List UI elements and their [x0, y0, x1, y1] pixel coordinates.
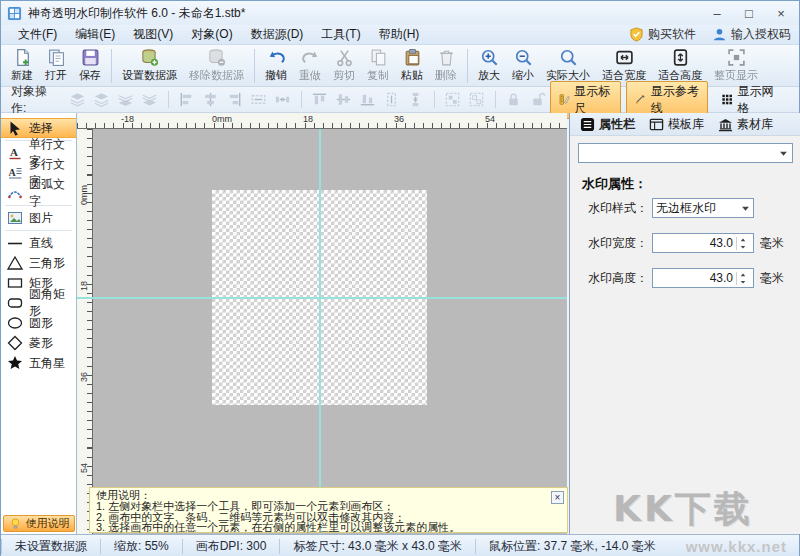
- toolbar-button[interactable]: 删除: [429, 46, 463, 85]
- menu-item[interactable]: 数据源(D): [242, 24, 313, 45]
- text-arc-icon: [7, 185, 23, 201]
- menu-item[interactable]: 文件(F): [9, 24, 66, 45]
- menu-right-label: 输入授权码: [731, 26, 791, 43]
- horizontal-ruler[interactable]: -180mm183654: [77, 113, 567, 129]
- toolbar-button[interactable]: 适合宽度: [596, 46, 652, 85]
- cut-icon: [335, 48, 354, 67]
- panel-tab[interactable]: 素材库: [714, 115, 777, 134]
- caret-up-icon[interactable]: [739, 237, 747, 243]
- object-op-button[interactable]: [273, 91, 293, 109]
- object-op-button[interactable]: [443, 91, 463, 109]
- object-op-button[interactable]: [528, 91, 548, 109]
- tool-item-label: 图片: [29, 210, 53, 227]
- object-op-button[interactable]: [504, 91, 524, 109]
- object-select-dropdown[interactable]: [578, 143, 793, 163]
- tool-item[interactable]: 选择: [1, 118, 76, 138]
- tool-item[interactable]: 直线: [1, 233, 76, 253]
- toolbar-button[interactable]: 新建: [5, 46, 39, 85]
- layer-up-icon: [93, 91, 110, 108]
- object-op-button[interactable]: [382, 91, 402, 109]
- menu-right-link[interactable]: 输入授权码: [712, 26, 791, 43]
- align-center-h-icon: [202, 91, 219, 108]
- toolbar-button[interactable]: 重做: [293, 46, 327, 85]
- open-icon: [47, 48, 66, 67]
- layer-down-icon: [117, 91, 134, 108]
- menu-item[interactable]: 视图(V): [124, 24, 182, 45]
- menu-item[interactable]: 工具(T): [312, 24, 369, 45]
- value-spinner[interactable]: 43.0: [652, 233, 754, 253]
- toolbar-button[interactable]: 设置数据源: [116, 46, 183, 85]
- toolbar-button-label: 重做: [299, 68, 321, 83]
- caret-up-icon[interactable]: [739, 272, 747, 278]
- object-op-button[interactable]: [140, 91, 160, 109]
- instruction-lines: 1. 左侧对象栏中选择一个工具，即可添加一个元素到画布区；2. 画布中的文字、条…: [96, 501, 549, 533]
- spinner-arrows[interactable]: [736, 272, 750, 285]
- help-button[interactable]: 使用说明: [3, 515, 75, 532]
- toolbar-button-label: 粘贴: [401, 68, 423, 83]
- caret-down-icon[interactable]: [739, 279, 747, 285]
- vertical-guide-line[interactable]: [319, 129, 321, 534]
- toolbar-button[interactable]: 复制: [361, 46, 395, 85]
- ruler-label: 54: [485, 114, 495, 124]
- toolbar-button[interactable]: 放大: [472, 46, 506, 85]
- toolbar-button[interactable]: 剪切: [327, 46, 361, 85]
- toolbar-button-label: 缩小: [512, 68, 534, 83]
- toolbar-button[interactable]: 移除数据源: [183, 46, 250, 85]
- object-op-button[interactable]: [334, 91, 354, 109]
- object-op-button[interactable]: [177, 91, 197, 109]
- object-op-button[interactable]: [310, 91, 330, 109]
- close-icon[interactable]: ×: [551, 491, 564, 504]
- object-op-button[interactable]: [92, 91, 112, 109]
- panel-tab[interactable]: 属性栏: [576, 115, 639, 134]
- caret-down-icon[interactable]: [739, 244, 747, 250]
- help-button-label: 使用说明: [26, 516, 70, 531]
- close-button[interactable]: ×: [765, 1, 797, 25]
- panel-tab[interactable]: 模板库: [645, 115, 708, 134]
- site-watermark: KK下载: [613, 485, 753, 534]
- toolbar-button[interactable]: 整页显示: [708, 46, 764, 85]
- object-op-button[interactable]: [116, 91, 136, 109]
- horizontal-guide-line[interactable]: [77, 297, 567, 299]
- tool-item[interactable]: 五角星: [1, 353, 76, 373]
- select-icon: [7, 120, 23, 136]
- panel-tab-label: 模板库: [668, 116, 704, 133]
- toolbar-button[interactable]: 打开: [39, 46, 73, 85]
- object-op-button[interactable]: [68, 91, 88, 109]
- toolbar-button[interactable]: 适合高度: [652, 46, 708, 85]
- object-op-button[interactable]: [201, 91, 221, 109]
- menu-item[interactable]: 对象(O): [182, 24, 241, 45]
- toolbar-button[interactable]: 实际大小: [540, 46, 596, 85]
- svg-text:A: A: [10, 146, 18, 158]
- toolbar-button[interactable]: 保存: [73, 46, 107, 85]
- object-op-button[interactable]: [467, 91, 487, 109]
- menu-item[interactable]: 帮助(H): [370, 24, 429, 45]
- tool-item[interactable]: 菱形: [1, 333, 76, 353]
- tool-item[interactable]: 图片: [1, 208, 76, 228]
- minimize-button[interactable]: –: [701, 1, 733, 25]
- vertical-ruler[interactable]: 0mm183654: [77, 129, 93, 534]
- object-op-button[interactable]: [406, 91, 426, 109]
- tool-item-label: 圆形: [29, 315, 53, 332]
- template-icon: [649, 117, 664, 132]
- tool-item[interactable]: 圆角矩形: [1, 293, 76, 313]
- toolbar-button-label: 新建: [11, 68, 33, 83]
- toolbar-button[interactable]: 粘贴: [395, 46, 429, 85]
- maximize-button[interactable]: □: [733, 1, 765, 25]
- fit-height-icon: [671, 48, 690, 67]
- toolbar-button[interactable]: 缩小: [506, 46, 540, 85]
- canvas-viewport[interactable]: [93, 129, 567, 534]
- value-spinner[interactable]: 43.0: [652, 268, 754, 288]
- toolbar-button[interactable]: 撤销: [259, 46, 293, 85]
- object-op-button[interactable]: [249, 91, 269, 109]
- tool-item[interactable]: 圆弧文字: [1, 183, 76, 203]
- object-op-button[interactable]: [225, 91, 245, 109]
- menu-right-link[interactable]: 购买软件: [629, 26, 696, 43]
- menu-item[interactable]: 编辑(E): [66, 24, 124, 45]
- spinner-arrows[interactable]: [736, 237, 750, 250]
- lock-icon: [505, 91, 522, 108]
- object-op-button[interactable]: [358, 91, 378, 109]
- instruction-title: 使用说明：: [96, 490, 549, 501]
- tool-item[interactable]: 三角形: [1, 253, 76, 273]
- style-dropdown[interactable]: 无边框水印: [652, 198, 754, 218]
- ruler-label: 36: [79, 366, 89, 388]
